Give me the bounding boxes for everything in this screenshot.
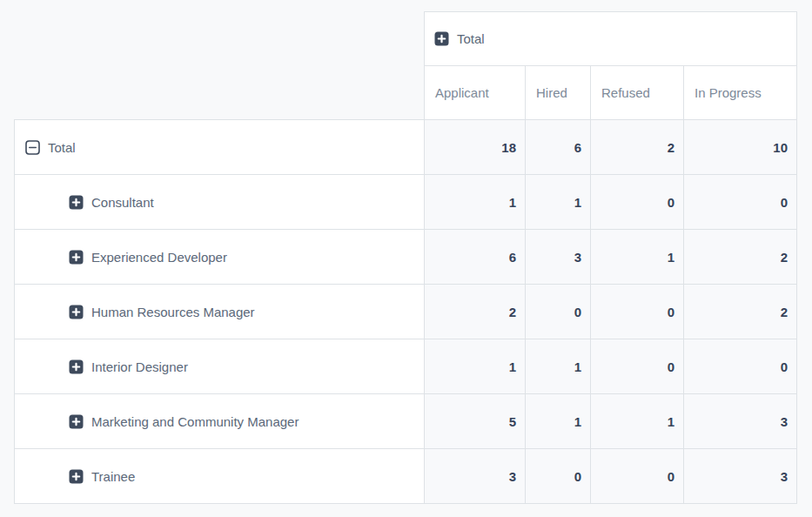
pivot-cell: 18 (425, 120, 526, 175)
pivot-cell: 6 (526, 120, 591, 175)
column-header-applicant[interactable]: Applicant (425, 66, 526, 120)
plus-square-icon (69, 305, 84, 319)
row-header-total[interactable]: Total (15, 120, 425, 175)
row-header-consultant[interactable]: Consultant (15, 175, 425, 230)
row-header-interior-designer[interactable]: Interior Designer (15, 339, 425, 394)
row-header-trainee[interactable]: Trainee (15, 449, 425, 504)
row-label: Experienced Developer (91, 250, 227, 265)
pivot-cell: 2 (425, 285, 526, 339)
plus-square-icon (69, 414, 84, 429)
pivot-cell: 0 (591, 339, 684, 394)
pivot-cell: 2 (591, 120, 684, 175)
table-row: Interior Designer 1 1 0 0 (15, 339, 797, 394)
pivot-cell: 0 (591, 285, 684, 339)
minus-square-icon (25, 140, 40, 155)
pivot-cell: 1 (425, 175, 526, 230)
table-row: Total 18 6 2 10 (15, 120, 797, 175)
pivot-cell: 2 (684, 285, 797, 339)
corner-cell (15, 12, 425, 120)
column-group-header-total[interactable]: Total (425, 12, 797, 66)
table-row: Marketing and Community Manager 5 1 1 3 (15, 394, 797, 449)
plus-square-icon (434, 31, 449, 46)
row-label: Marketing and Community Manager (91, 414, 299, 429)
column-group-label: Total (457, 31, 485, 46)
table-row: Trainee 3 0 0 3 (15, 449, 797, 504)
pivot-cell: 0 (526, 449, 591, 504)
table-row: Consultant 1 1 0 0 (15, 175, 797, 230)
row-header-human-resources-manager[interactable]: Human Resources Manager (15, 285, 425, 339)
pivot-cell: 3 (425, 449, 526, 504)
pivot-cell: 1 (526, 394, 591, 449)
row-label: Total (48, 140, 76, 155)
pivot-cell: 0 (591, 449, 684, 504)
pivot-cell: 6 (425, 230, 526, 285)
pivot-cell: 1 (526, 175, 591, 230)
pivot-cell: 3 (684, 394, 797, 449)
column-header-in-progress[interactable]: In Progress (684, 66, 797, 120)
table-row: Human Resources Manager 2 0 0 2 (15, 285, 797, 339)
pivot-cell: 1 (591, 394, 684, 449)
row-label: Interior Designer (91, 359, 188, 374)
row-header-experienced-developer[interactable]: Experienced Developer (15, 230, 425, 285)
pivot-cell: 0 (591, 175, 684, 230)
pivot-cell: 3 (526, 230, 591, 285)
pivot-cell: 0 (684, 175, 797, 230)
pivot-cell: 3 (684, 449, 797, 504)
pivot-cell: 0 (526, 285, 591, 339)
row-header-marketing-and-community-manager[interactable]: Marketing and Community Manager (15, 394, 425, 449)
column-group-row: Total (15, 12, 797, 66)
pivot-cell: 5 (425, 394, 526, 449)
row-label: Consultant (91, 195, 154, 210)
pivot-cell: 1 (425, 339, 526, 394)
pivot-cell: 2 (684, 230, 797, 285)
column-header-hired[interactable]: Hired (526, 66, 591, 120)
pivot-cell: 1 (591, 230, 684, 285)
plus-square-icon (69, 469, 84, 484)
row-label: Human Resources Manager (91, 305, 255, 319)
pivot-cell: 10 (684, 120, 797, 175)
plus-square-icon (69, 250, 84, 265)
pivot-cell: 0 (684, 339, 797, 394)
column-header-refused[interactable]: Refused (591, 66, 684, 120)
pivot-table: Total Applicant Hired Refused In Progres… (14, 11, 797, 504)
plus-square-icon (69, 359, 84, 374)
row-label: Trainee (91, 469, 135, 484)
pivot-cell: 1 (526, 339, 591, 394)
plus-square-icon (69, 195, 84, 210)
table-row: Experienced Developer 6 3 1 2 (15, 230, 797, 285)
